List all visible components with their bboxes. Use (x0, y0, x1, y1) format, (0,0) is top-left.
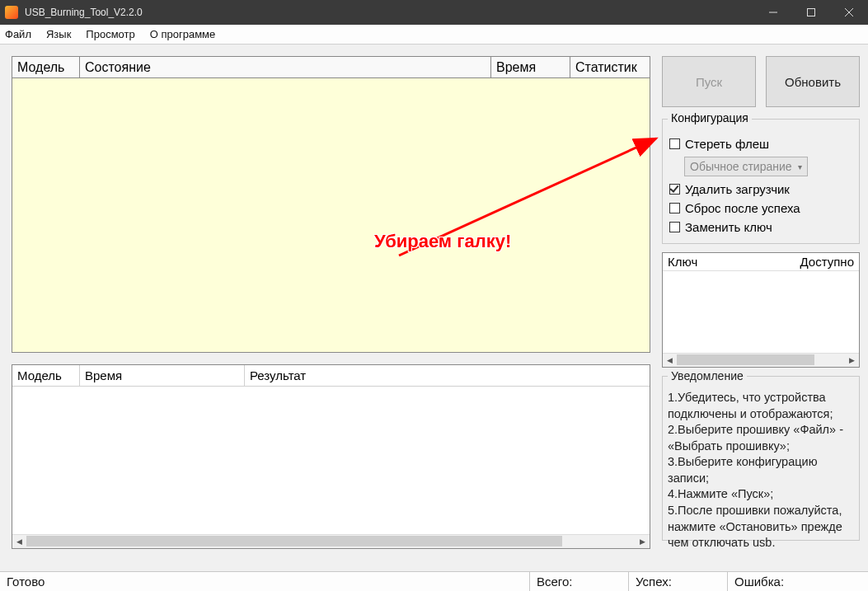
reset-after-row[interactable]: Сброс после успеха (669, 199, 852, 218)
menubar: Файл Язык Просмотр О программе (0, 25, 868, 45)
scroll-left-icon[interactable]: ◀ (663, 354, 677, 367)
start-button[interactable]: Пуск (662, 56, 756, 107)
statusbar: Готово Всего: Успех: Ошибка: (0, 571, 868, 591)
erase-flash-checkbox[interactable] (669, 138, 680, 149)
notice-line-3: 3.Выберите конфигурацию записи; (668, 454, 854, 486)
erase-mode-value: Обычное стирание (690, 160, 792, 173)
svg-rect-1 (808, 9, 815, 16)
scroll-left-icon[interactable]: ◀ (12, 535, 26, 548)
notice-line-2: 2.Выберите прошивку «Файл» - «Выбрать пр… (668, 422, 854, 454)
right-column: Пуск Обновить Конфигурация Стереть флеш … (662, 56, 860, 571)
status-ready: Готово (0, 572, 530, 591)
device-grid-header: Модель Состояние Время Статистик (12, 57, 650, 78)
notice-group: Уведомление 1.Убедитесь, что устройства … (662, 376, 860, 541)
config-group: Конфигурация Стереть флеш Обычное стиран… (662, 119, 860, 244)
status-error: Ошибка: (728, 572, 868, 591)
titlebar: USB_Burning_Tool_V2.2.0 (0, 0, 868, 25)
key-list-header: Ключ Доступно (663, 253, 859, 271)
erase-bootloader-row[interactable]: Удалить загрузчик (669, 180, 852, 199)
status-total: Всего: (530, 572, 629, 591)
replace-key-checkbox[interactable] (669, 222, 680, 232)
erase-bootloader-label: Удалить загрузчик (685, 182, 790, 196)
key-list-body[interactable] (663, 271, 859, 353)
erase-mode-select[interactable]: Обычное стирание ▾ (684, 157, 808, 176)
device-grid-body[interactable] (12, 78, 650, 352)
col-time[interactable]: Время (491, 57, 570, 77)
menu-about[interactable]: О программе (150, 28, 216, 40)
key-col-avail[interactable]: Доступно (800, 255, 854, 269)
notice-line-1: 1.Убедитесь, что устройства подключены и… (668, 390, 854, 422)
device-grid: Модель Состояние Время Статистик (12, 56, 650, 353)
replace-key-label: Заменить ключ (685, 220, 772, 234)
content: Модель Состояние Время Статистик Убираем… (0, 45, 868, 571)
key-col-key[interactable]: Ключ (668, 255, 697, 269)
menu-view[interactable]: Просмотр (86, 28, 134, 40)
key-list: Ключ Доступно ◀ ▶ (662, 252, 860, 368)
log-col-model[interactable]: Модель (12, 365, 80, 386)
status-success: Успех: (629, 572, 728, 591)
log-col-time[interactable]: Время (80, 365, 245, 386)
log-col-result[interactable]: Результат (245, 365, 650, 386)
scroll-right-icon[interactable]: ▶ (636, 535, 650, 548)
col-stat[interactable]: Статистик (570, 57, 650, 77)
maximize-button[interactable] (792, 0, 830, 25)
erase-bootloader-checkbox[interactable] (669, 184, 680, 195)
notice-legend: Уведомление (668, 368, 747, 384)
log-grid-header: Модель Время Результат (12, 365, 650, 387)
notice-line-4: 4.Нажмите «Пуск»; (668, 486, 854, 503)
scroll-right-icon[interactable]: ▶ (845, 354, 859, 367)
col-model[interactable]: Модель (12, 57, 80, 77)
log-grid-body[interactable] (12, 387, 650, 534)
left-column: Модель Состояние Время Статистик Убираем… (12, 56, 650, 571)
menu-file[interactable]: Файл (5, 28, 31, 40)
erase-flash-row[interactable]: Стереть флеш (669, 134, 852, 153)
key-scrollbar[interactable]: ◀ ▶ (663, 353, 859, 367)
erase-flash-label: Стереть флеш (685, 137, 769, 151)
close-button[interactable] (830, 0, 868, 25)
col-state[interactable]: Состояние (80, 57, 491, 77)
config-legend: Конфигурация (668, 111, 752, 124)
menu-lang[interactable]: Язык (46, 28, 71, 40)
notice-line-5: 5.После прошивки пожалуйста, нажмите «Ос… (668, 503, 854, 551)
log-scrollbar[interactable]: ◀ ▶ (12, 534, 650, 548)
replace-key-row[interactable]: Заменить ключ (669, 218, 852, 237)
reset-after-checkbox[interactable] (669, 203, 680, 213)
reset-after-label: Сброс после успеха (685, 201, 800, 215)
minimize-button[interactable] (754, 0, 792, 25)
chevron-down-icon: ▾ (798, 162, 802, 171)
refresh-button[interactable]: Обновить (766, 56, 860, 107)
window-title: USB_Burning_Tool_V2.2.0 (25, 7, 754, 18)
app-icon (5, 6, 18, 19)
log-grid: Модель Время Результат ◀ ▶ (12, 364, 650, 549)
